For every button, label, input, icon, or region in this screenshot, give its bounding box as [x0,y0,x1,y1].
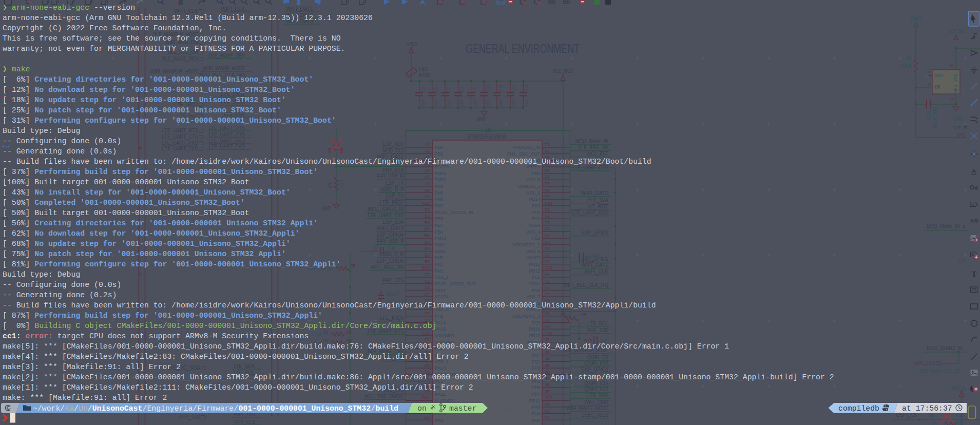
svg-text:on: on [417,404,427,413]
svg-text:Ka: Ka [65,404,74,413]
svg-text:Un: Un [79,404,88,413]
svg-text:UnisonoCast: UnisonoCast [92,404,143,413]
svg-text:/: / [74,404,79,413]
svg-text:/: / [88,404,92,413]
svg-text:at 17:56:37: at 17:56:37 [902,404,952,413]
svg-text:~/work/: ~/work/ [33,404,65,413]
svg-text:master: master [449,404,476,413]
svg-text:build: build [376,404,398,413]
svg-text:001-0000-000001_Unisono_STM32: 001-0000-000001_Unisono_STM32 [239,404,371,413]
svg-text:compiledb: compiledb [838,404,879,413]
svg-text:/Enginyeria/Firmware/: /Enginyeria/Firmware/ [143,404,239,413]
svg-text:/: / [371,404,376,413]
